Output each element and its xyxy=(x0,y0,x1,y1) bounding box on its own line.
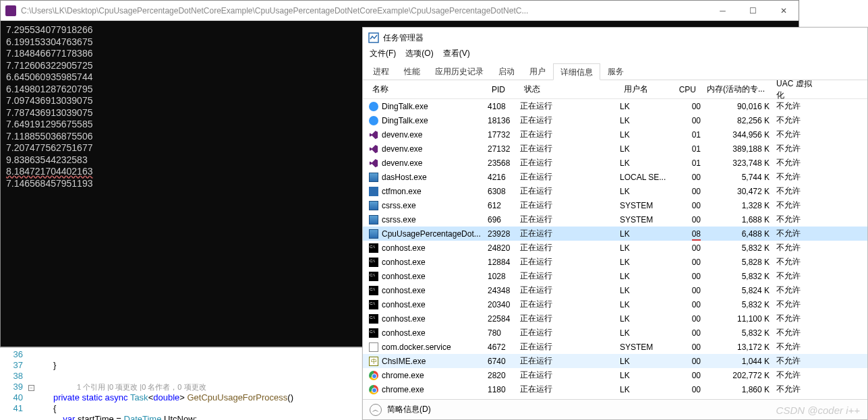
table-row[interactable]: conhost.exe24820正在运行LK005,832 K不允许 xyxy=(363,241,867,255)
table-row[interactable]: chrome.exe2820正在运行LK00202,772 K不允许 xyxy=(363,368,867,382)
process-cpu: 00 xyxy=(674,357,701,366)
table-header-row[interactable]: 名称 PID 状态 用户名 CPU 内存(活动的专... UAC 虚拟化 xyxy=(363,80,867,99)
process-cpu: 00 xyxy=(674,102,701,111)
table-row[interactable]: conhost.exe22584正在运行LK0011,100 K不允许 xyxy=(363,311,867,326)
header-memory[interactable]: 内存(活动的专... xyxy=(701,84,770,95)
process-status: 正在运行 xyxy=(520,171,620,183)
header-user[interactable]: 用户名 xyxy=(620,84,674,95)
process-cpu: 00 xyxy=(674,215,701,224)
code-line: { xyxy=(34,403,56,413)
table-row[interactable]: devenv.exe17732正在运行LK01344,956 K不允许 xyxy=(363,127,867,142)
table-row[interactable]: conhost.exe1028正在运行LK005,832 K不允许 xyxy=(363,269,867,283)
table-row[interactable]: conhost.exe20340正在运行LK005,832 K不允许 xyxy=(363,297,867,311)
process-pid: 696 xyxy=(488,215,520,224)
table-row[interactable]: com.docker.service4672正在运行SYSTEM0013,172… xyxy=(363,340,867,354)
process-name: DingTalk.exe xyxy=(382,102,488,111)
process-name: com.docker.service xyxy=(382,342,488,352)
process-pid: 20340 xyxy=(488,300,520,309)
tab-启动[interactable]: 启动 xyxy=(491,63,522,80)
task-manager-window: 任务管理器 文件(F) 选项(O) 查看(V) 进程性能应用历史记录启动用户详细… xyxy=(362,27,868,420)
table-row[interactable]: conhost.exe24348正在运行LK005,824 K不允许 xyxy=(363,283,867,297)
table-row[interactable]: 中ChsIME.exe6740正在运行LK001,044 K不允许 xyxy=(363,354,867,368)
process-memory: 1,860 K xyxy=(701,385,770,394)
generic-icon xyxy=(368,342,379,353)
process-memory: 202,772 K xyxy=(701,371,770,380)
process-pid: 4108 xyxy=(488,102,520,111)
fewer-details-button[interactable]: 简略信息(D) xyxy=(387,404,431,415)
header-status[interactable]: 状态 xyxy=(520,84,620,95)
process-pid: 22584 xyxy=(488,314,520,324)
process-memory: 389,188 K xyxy=(701,144,770,154)
process-uac: 不允许 xyxy=(770,157,823,169)
conhost-icon xyxy=(368,271,379,282)
header-cpu[interactable]: CPU xyxy=(674,85,701,94)
process-memory: 1,044 K xyxy=(701,357,770,366)
process-status: 正在运行 xyxy=(520,115,620,126)
table-row[interactable]: csrss.exe696正在运行SYSTEM001,688 K不允许 xyxy=(363,212,867,227)
table-row[interactable]: chrome.exe1180正在运行LK001,860 K不允许 xyxy=(363,382,867,396)
process-pid: 6740 xyxy=(488,357,520,366)
process-status: 正在运行 xyxy=(520,185,620,197)
process-status: 正在运行 xyxy=(520,129,620,140)
minimize-button[interactable]: ─ xyxy=(707,1,738,21)
header-pid[interactable]: PID xyxy=(488,85,520,94)
process-memory: 13,172 K xyxy=(701,342,770,352)
watermark-text: CSDN @coder i++ xyxy=(776,404,860,416)
tab-服务[interactable]: 服务 xyxy=(600,63,631,80)
process-cpu: 00 xyxy=(674,272,701,281)
process-user: LK xyxy=(620,229,674,239)
chrome-icon xyxy=(368,370,379,381)
taskmgr-icon xyxy=(368,32,379,43)
table-row[interactable]: conhost.exe780正在运行LK005,832 K不允许 xyxy=(363,326,867,340)
table-row[interactable]: CpuUsagePercentageDot...23928正在运行LK086,4… xyxy=(363,227,867,241)
table-row[interactable]: DingTalk.exe4108正在运行LK0090,016 K不允许 xyxy=(363,99,867,113)
table-row[interactable]: devenv.exe27132正在运行LK01389,188 K不允许 xyxy=(363,142,867,156)
maximize-button[interactable]: ☐ xyxy=(738,1,768,21)
tab-进程[interactable]: 进程 xyxy=(366,63,397,80)
process-status: 正在运行 xyxy=(520,270,620,282)
header-name[interactable]: 名称 xyxy=(368,84,488,95)
tab-用户[interactable]: 用户 xyxy=(522,63,553,80)
process-uac: 不允许 xyxy=(770,100,823,112)
codelens-text[interactable]: 1 个引用 |0 项更改 |0 名作者，0 项更改 xyxy=(34,383,206,391)
header-uac[interactable]: UAC 虚拟化 xyxy=(770,80,823,101)
line-number: 36 xyxy=(0,349,23,360)
flag-icon xyxy=(368,186,379,197)
process-uac: 不允许 xyxy=(770,171,823,183)
menu-file[interactable]: 文件(F) xyxy=(370,48,396,63)
line-number: 41 xyxy=(0,403,23,414)
table-row[interactable]: DingTalk.exe18136正在运行LK0082,256 K不允许 xyxy=(363,113,867,127)
taskmgr-titlebar[interactable]: 任务管理器 xyxy=(363,28,867,48)
table-row[interactable]: csrss.exe612正在运行SYSTEM001,328 K不允许 xyxy=(363,198,867,212)
process-uac: 不允许 xyxy=(770,384,823,395)
table-row[interactable]: ctfmon.exe6308正在运行LK0030,472 K不允许 xyxy=(363,184,867,198)
process-user: LOCAL SE... xyxy=(620,173,674,182)
process-pid: 23928 xyxy=(488,229,520,239)
process-pid: 17732 xyxy=(488,130,520,140)
close-button[interactable]: ✕ xyxy=(768,1,799,21)
console-titlebar[interactable]: C:\Users\LK\Desktop\CpuUsagePercentageDo… xyxy=(1,1,799,21)
process-user: LK xyxy=(620,130,674,140)
conhost-icon xyxy=(368,243,379,253)
tab-详细信息[interactable]: 详细信息 xyxy=(553,63,600,80)
process-user: SYSTEM xyxy=(620,215,674,224)
process-name: csrss.exe xyxy=(382,201,488,210)
process-pid: 18136 xyxy=(488,116,520,125)
process-memory: 5,832 K xyxy=(701,328,770,338)
process-status: 正在运行 xyxy=(520,341,620,353)
table-row[interactable]: conhost.exe12884正在运行LK005,828 K不允许 xyxy=(363,255,867,269)
process-pid: 4672 xyxy=(488,342,520,352)
table-row[interactable]: dasHost.exe4216正在运行LOCAL SE...005,744 K不… xyxy=(363,170,867,184)
process-cpu: 01 xyxy=(674,144,701,154)
menu-view[interactable]: 查看(V) xyxy=(443,48,470,63)
table-row[interactable]: devenv.exe23568正在运行LK01323,748 K不允许 xyxy=(363,156,867,170)
process-uac: 不允许 xyxy=(770,284,823,296)
chevron-up-icon[interactable]: ︿ xyxy=(370,404,382,416)
tab-性能[interactable]: 性能 xyxy=(397,63,428,80)
process-pid: 780 xyxy=(488,328,520,338)
menu-options[interactable]: 选项(O) xyxy=(405,48,433,63)
tab-应用历史记录[interactable]: 应用历史记录 xyxy=(428,63,491,80)
process-name: conhost.exe xyxy=(382,286,488,295)
process-user: LK xyxy=(620,187,674,196)
process-cpu: 01 xyxy=(674,130,701,140)
